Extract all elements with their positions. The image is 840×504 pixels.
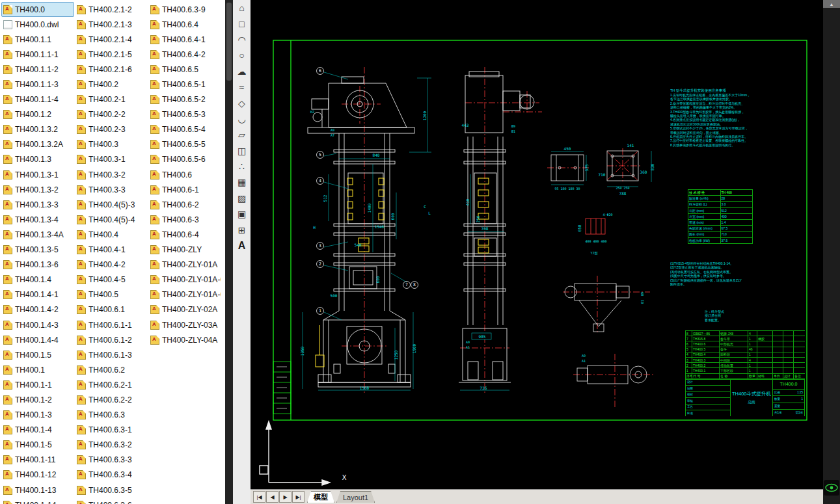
file-item[interactable]: TH400.4(5)-4 <box>75 212 148 227</box>
file-item[interactable]: TH400.6.3-6 <box>75 497 148 504</box>
gradient-tool-icon[interactable]: ▨ <box>233 191 251 206</box>
circle-tool-icon[interactable]: ○ <box>233 47 251 63</box>
file-item[interactable]: TH400.6.1 <box>75 302 148 317</box>
file-item[interactable]: TH400-ZLY-01A-0 <box>148 272 221 287</box>
arc2-tool-icon[interactable]: ◡ <box>233 111 251 127</box>
file-item[interactable]: TH400.1-4 <box>1 423 74 438</box>
prev-tab-button[interactable]: ◀ <box>266 491 278 503</box>
block-tool-icon[interactable]: ◫ <box>233 143 251 159</box>
file-item[interactable]: TH400.6.5-4 <box>148 122 221 137</box>
file-item[interactable]: TH400.6.3 <box>75 408 148 423</box>
tab-model[interactable]: 模型 <box>307 491 334 503</box>
ellipse-tool-icon[interactable]: ◇ <box>233 95 251 111</box>
file-item[interactable]: TH400.6.3-9 <box>148 2 221 17</box>
file-item[interactable]: TH400.6 <box>148 167 221 182</box>
file-item[interactable]: TH400.6.1-2 <box>75 332 148 347</box>
file-item[interactable]: TH400.1.4-4 <box>1 332 74 347</box>
file-item[interactable]: TH400.1-5 <box>1 438 74 453</box>
file-item[interactable]: TH400.6.2-2 <box>75 392 148 407</box>
file-item[interactable]: TH400.6.2-1 <box>75 377 148 392</box>
file-item[interactable]: TH400.6.3-1 <box>75 423 148 438</box>
file-item[interactable]: TH400.1-1 <box>1 377 74 392</box>
file-item[interactable]: TH400.2.1-5 <box>75 47 148 62</box>
file-item[interactable]: TH400.2.1-6 <box>75 62 148 77</box>
polygon-tool-icon[interactable]: ▱ <box>233 127 251 142</box>
file-item[interactable]: TH400-ZLY <box>148 243 221 258</box>
file-item[interactable]: TH400.2-3 <box>75 122 148 137</box>
file-item[interactable]: TH400.1.4-1 <box>1 287 74 302</box>
file-item[interactable]: TH400.4-1 <box>75 243 148 258</box>
file-item[interactable]: TH400.1.3-3 <box>1 197 74 212</box>
file-item[interactable]: TH400.0 <box>1 2 74 17</box>
file-item[interactable]: TH400.1.3 <box>1 152 74 167</box>
file-item[interactable]: TH400.6.2 <box>75 362 148 377</box>
file-item[interactable]: TH400.1.3-4 <box>1 212 74 227</box>
file-item[interactable]: TH400.1-3 <box>1 408 74 423</box>
scroll-up-arrow[interactable]: ▲ <box>823 0 840 8</box>
file-item[interactable]: TH400.1.5 <box>1 347 74 362</box>
file-item[interactable]: TH400.1.4-2 <box>1 302 74 317</box>
file-item[interactable]: TH400.6.3-3 <box>75 453 148 468</box>
file-item[interactable]: TH400.2 <box>75 77 148 92</box>
file-item[interactable]: TH400.1.3-1 <box>1 167 74 182</box>
file-item[interactable]: TH400.6.5-6 <box>148 152 221 167</box>
file-item[interactable]: TH400.6.4 <box>148 17 221 32</box>
file-item[interactable]: TH400.1-14 <box>1 497 74 504</box>
file-item[interactable]: TH400-ZLY-02A <box>148 302 221 317</box>
file-item[interactable]: TH400.3-2 <box>75 167 148 182</box>
file-item[interactable]: TH400.6.4-2 <box>148 47 221 62</box>
file-item[interactable]: TH400.6.1-1 <box>75 317 148 332</box>
cad-viewport[interactable]: 1200840512140060015465405006001568190012… <box>251 0 823 489</box>
hatch-tool-icon[interactable]: ▦ <box>233 174 251 190</box>
file-item[interactable]: TH400.6.5-1 <box>148 77 221 92</box>
file-item[interactable]: TH400.4-2 <box>75 258 148 272</box>
file-item[interactable]: TH400-ZLY-01A <box>148 258 221 272</box>
home-icon[interactable]: ⌂ <box>233 0 251 16</box>
file-item[interactable]: TH400.1 <box>1 362 74 377</box>
file-item[interactable]: TH400.2-2 <box>75 107 148 122</box>
file-item[interactable]: TH400.1.1-1 <box>1 47 74 62</box>
file-panel-scrollbar[interactable] <box>225 0 233 504</box>
file-item[interactable]: TH400.1.3-4A <box>1 227 74 242</box>
mtext-tool-icon[interactable]: A <box>233 238 251 254</box>
last-tab-button[interactable]: ▶| <box>292 491 305 503</box>
file-item[interactable]: TH400-ZLY-04A <box>148 332 221 347</box>
file-item[interactable]: TH400.6.5-5 <box>148 137 221 152</box>
file-item[interactable]: TH400.2-1 <box>75 92 148 107</box>
file-item[interactable]: TH400.1.1-3 <box>1 77 74 92</box>
file-item[interactable]: TH400.2.1-3 <box>75 17 148 32</box>
file-item[interactable]: TH400-ZLY-03A <box>148 317 221 332</box>
file-item[interactable]: TH400.1.2 <box>1 107 74 122</box>
file-item[interactable]: TH400.6.1-3 <box>75 347 148 362</box>
file-item[interactable]: TH400.6-3 <box>148 212 221 227</box>
file-item[interactable]: TH400.1.1-4 <box>1 92 74 107</box>
arc-tool-icon[interactable]: ◠ <box>233 32 251 47</box>
file-item[interactable]: TH400.6.5-3 <box>148 107 221 122</box>
file-item[interactable]: TH400.4(5)-3 <box>75 197 148 212</box>
file-item[interactable]: TH400.3 <box>75 137 148 152</box>
file-item[interactable]: TH400.6.5-2 <box>148 92 221 107</box>
point-tool-icon[interactable]: ∴ <box>233 159 251 174</box>
file-item[interactable]: TH400.6-1 <box>148 182 221 197</box>
file-item[interactable]: TH400.3-3 <box>75 182 148 197</box>
first-tab-button[interactable]: |◀ <box>253 491 265 503</box>
table-tool-icon[interactable]: ⊞ <box>233 222 251 237</box>
file-item[interactable]: TH400.5 <box>75 287 148 302</box>
revcloud-tool-icon[interactable]: ☁ <box>233 64 251 79</box>
file-item[interactable]: TH400.1.4 <box>1 272 74 287</box>
canvas-right-scrollbar[interactable]: ▲ <box>823 0 840 504</box>
file-item[interactable]: TH400.1-13 <box>1 483 74 497</box>
file-item[interactable]: TH400.1.3-6 <box>1 258 74 272</box>
tab-layout1[interactable]: Layout1 <box>336 491 375 503</box>
file-item[interactable]: TH400.6-2 <box>148 197 221 212</box>
file-item[interactable]: TH400.4 <box>75 227 148 242</box>
file-item[interactable]: TH400.1-12 <box>1 468 74 483</box>
file-item[interactable]: TH400.6.3-5 <box>75 483 148 497</box>
region-tool-icon[interactable]: ▣ <box>233 206 251 222</box>
next-tab-button[interactable]: ▶ <box>279 491 291 503</box>
scrollbar-thumb[interactable] <box>226 3 232 81</box>
rectangle-tool-icon[interactable]: □ <box>233 16 251 31</box>
file-item[interactable]: TH400.1.4-3 <box>1 317 74 332</box>
file-item[interactable]: TH400.4-5 <box>75 272 148 287</box>
file-item[interactable]: TH400.1-11 <box>1 453 74 468</box>
